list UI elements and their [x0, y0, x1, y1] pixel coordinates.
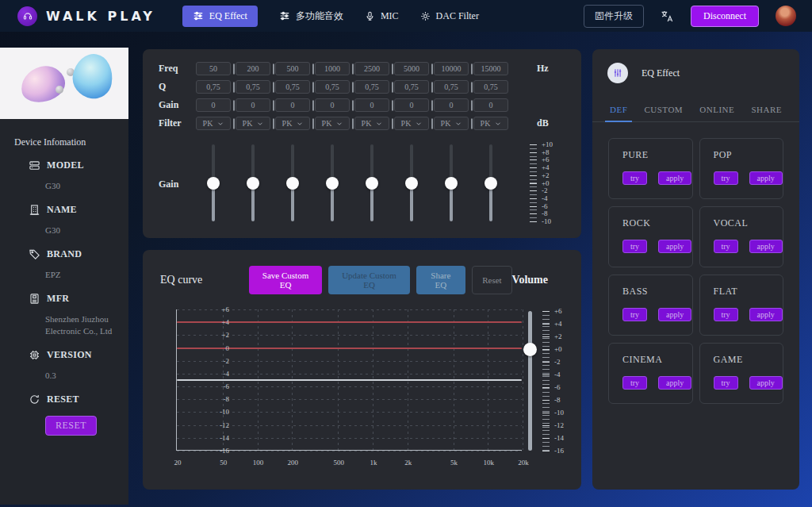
firmware-update-button[interactable]: 固件升级 — [584, 5, 644, 28]
x-tick-label: 200 — [288, 459, 299, 467]
update-custom-eq-button[interactable]: Update Custom EQ — [328, 266, 409, 294]
preset-pure-try-button[interactable]: try — [622, 171, 647, 185]
band2-gain-input[interactable] — [236, 98, 270, 112]
band7-freq-input[interactable] — [434, 62, 469, 75]
reset-eq-button[interactable]: Reset — [472, 266, 511, 294]
preset-pure-apply-button[interactable]: apply — [658, 171, 691, 185]
preset-game-apply-button[interactable]: apply — [749, 376, 783, 390]
band2-filter-select[interactable]: PK — [236, 117, 270, 130]
band8-gain-input[interactable] — [473, 98, 508, 112]
band5-gain-input[interactable] — [354, 98, 389, 112]
band4-filter-select[interactable]: PK — [315, 117, 350, 130]
share-eq-button[interactable]: Share EQ — [416, 266, 466, 294]
slider-thumb[interactable] — [286, 177, 299, 190]
slider-thumb[interactable] — [485, 177, 497, 190]
preset-rock-apply-button[interactable]: apply — [658, 240, 691, 253]
preset-flat-try-button[interactable]: try — [714, 308, 738, 321]
nav-tab-eq-effect[interactable]: EQ Effect — [182, 6, 258, 27]
band1-gain-slider[interactable] — [207, 144, 220, 221]
band1-gain-input[interactable] — [196, 98, 231, 112]
preset-cinema-apply-button[interactable]: apply — [658, 376, 691, 390]
x-tick-label: 5k — [450, 459, 458, 467]
band8-q-input[interactable] — [473, 80, 508, 94]
slider-thumb[interactable] — [405, 177, 418, 190]
scale-tick-label: -4 — [542, 195, 548, 202]
band2-gain-slider[interactable] — [247, 144, 259, 221]
band2-freq-input[interactable] — [236, 62, 270, 75]
band4-q-input[interactable] — [315, 80, 350, 94]
preset-name: PURE — [622, 149, 692, 161]
band5-gain-slider[interactable] — [366, 144, 378, 221]
band1-q-input[interactable] — [196, 80, 231, 94]
band5-freq-input[interactable] — [354, 62, 389, 75]
nav-tab-sound-effects[interactable]: 多功能音效 — [279, 5, 343, 28]
band3-gain-slider[interactable] — [286, 144, 299, 221]
device-reset-button[interactable]: RESET — [45, 416, 97, 436]
slider-thumb[interactable] — [445, 177, 458, 190]
save-custom-eq-button[interactable]: Save Custom EQ — [249, 266, 323, 294]
band3-q-input[interactable] — [275, 80, 310, 94]
language-switch-icon[interactable] — [661, 10, 674, 23]
preset-vocal-try-button[interactable]: try — [714, 240, 738, 253]
band-row-freq: FreqHz — [159, 62, 575, 75]
slider-thumb[interactable] — [207, 177, 220, 190]
band1-freq-input[interactable] — [196, 62, 231, 75]
volume-slider-track[interactable] — [528, 311, 532, 451]
user-avatar[interactable] — [776, 6, 796, 26]
band3-gain-input[interactable] — [275, 98, 310, 112]
preset-pop-apply-button[interactable]: apply — [749, 171, 783, 185]
band4-gain-slider[interactable] — [326, 144, 339, 221]
y-tick-label: -16 — [220, 447, 229, 455]
disconnect-button[interactable]: Disconnect — [691, 6, 759, 27]
band5-q-input[interactable] — [354, 80, 389, 94]
band8-gain-slider[interactable] — [485, 144, 497, 221]
slider-thumb[interactable] — [247, 177, 259, 190]
scale-tick-label: +4 — [542, 164, 550, 171]
band8-freq-input[interactable] — [473, 62, 508, 75]
band5-filter-select[interactable]: PK — [354, 117, 389, 130]
slider-thumb[interactable] — [366, 177, 378, 190]
x-tick-label: 1k — [370, 459, 377, 467]
x-tick-label: 50 — [220, 459, 227, 467]
presets-tab-online[interactable]: ONLINE — [699, 105, 734, 121]
band7-gain-slider[interactable] — [445, 144, 458, 221]
band6-filter-select[interactable]: PK — [394, 117, 429, 130]
preset-rock-try-button[interactable]: try — [622, 240, 647, 253]
band7-q-input[interactable] — [434, 80, 469, 94]
preset-bass-apply-button[interactable]: apply — [658, 308, 691, 321]
presets-tab-share[interactable]: SHARE — [751, 105, 782, 121]
preset-vocal-apply-button[interactable]: apply — [749, 240, 783, 253]
band3-freq-input[interactable] — [275, 62, 310, 75]
band3-filter-select[interactable]: PK — [275, 117, 310, 130]
chip-icon — [29, 349, 40, 361]
band6-gain-slider[interactable] — [405, 144, 418, 221]
eq-bands-panel: FreqHzQGainFilterPKPKPKPKPKPKPKPKdB Gain… — [143, 49, 581, 238]
scale-tick-label: -12 — [554, 422, 564, 429]
band1-filter-select[interactable]: PK — [196, 117, 231, 130]
preset-pop-try-button[interactable]: try — [714, 171, 738, 185]
band7-filter-select[interactable]: PK — [434, 117, 469, 130]
band8-filter-select[interactable]: PK — [473, 117, 508, 130]
band6-gain-input[interactable] — [394, 98, 429, 112]
band6-q-input[interactable] — [394, 80, 429, 94]
band4-gain-input[interactable] — [315, 98, 350, 112]
band6-freq-input[interactable] — [394, 62, 429, 75]
band4-freq-input[interactable] — [315, 62, 350, 75]
slider-thumb[interactable] — [326, 177, 339, 190]
preset-bass-try-button[interactable]: try — [622, 308, 647, 321]
scale-tick-label: -8 — [542, 210, 548, 217]
band7-gain-input[interactable] — [434, 98, 469, 112]
preset-card-cinema: CINEMAtryapply — [608, 343, 693, 404]
preset-flat-apply-button[interactable]: apply — [749, 308, 783, 321]
nav-tab-dac-filter[interactable]: DAC Filter — [420, 6, 479, 27]
presets-tab-custom[interactable]: CUSTOM — [644, 105, 683, 121]
volume-slider-thumb[interactable] — [523, 343, 537, 356]
band-row-filter: FilterPKPKPKPKPKPKPKPKdB — [159, 117, 575, 130]
preset-game-try-button[interactable]: try — [714, 376, 738, 390]
band2-q-input[interactable] — [236, 80, 270, 94]
preset-cinema-try-button[interactable]: try — [622, 376, 647, 390]
preset-card-flat: FLATtryapply — [699, 275, 784, 336]
nav-tab-mic[interactable]: MIC — [365, 6, 399, 27]
presets-tab-def[interactable]: DEF — [610, 105, 627, 121]
gain-sliders-label: Gain — [159, 179, 193, 190]
